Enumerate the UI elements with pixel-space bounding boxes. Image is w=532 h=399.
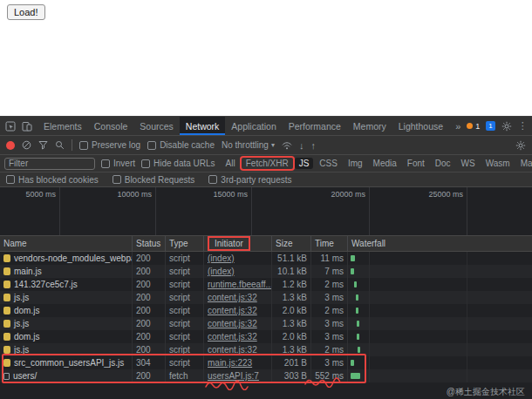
error-dot-icon bbox=[467, 123, 473, 129]
record-button[interactable] bbox=[6, 141, 15, 150]
filter-chip-wasm[interactable]: Wasm bbox=[481, 158, 515, 169]
time-cell: 3 ms bbox=[311, 356, 348, 369]
column-header-size[interactable]: Size bbox=[272, 236, 311, 251]
hide-data-urls-checkbox[interactable]: Hide data URLs bbox=[141, 159, 215, 168]
preserve-log-checkbox[interactable]: Preserve log bbox=[79, 140, 140, 150]
blocked-requests-checkbox[interactable]: Blocked Requests bbox=[113, 175, 195, 185]
time-cell: 552 ms bbox=[311, 369, 348, 382]
column-header-name[interactable]: Name bbox=[0, 236, 133, 251]
type-cell: fetch bbox=[166, 369, 204, 382]
column-header-label: Name bbox=[3, 239, 27, 248]
console-message-badge[interactable]: 1 bbox=[486, 121, 494, 131]
request-name: dom.js bbox=[14, 306, 39, 315]
tab-lighthouse[interactable]: Lighthouse bbox=[392, 117, 449, 135]
timeline-gridline bbox=[251, 187, 252, 235]
third-party-requests-checkbox[interactable]: 3rd-party requests bbox=[208, 175, 291, 185]
search-icon[interactable] bbox=[55, 140, 65, 150]
initiator-link[interactable]: (index) bbox=[208, 254, 235, 263]
filter-chip-font[interactable]: Font bbox=[403, 158, 429, 169]
column-header-status[interactable]: Status bbox=[133, 236, 166, 251]
initiator-link[interactable]: content.js:32 bbox=[208, 306, 257, 315]
tab-network[interactable]: Network bbox=[180, 117, 226, 135]
filter-icon[interactable] bbox=[38, 140, 48, 150]
table-row[interactable]: 141.327ce5c7.js200scriptruntime.fbeeaff.… bbox=[0, 278, 532, 291]
filter-input[interactable] bbox=[4, 158, 95, 170]
timeline-gridline bbox=[369, 187, 370, 235]
error-count-badge[interactable]: 1 bbox=[467, 122, 480, 131]
waterfall-cell bbox=[348, 304, 532, 317]
table-row[interactable]: js.js200scriptcontent.js:321.3 kB3 ms bbox=[0, 317, 532, 330]
table-row[interactable]: vendors-node_modules_webpack...200script… bbox=[0, 252, 532, 265]
network-settings-gear-icon[interactable] bbox=[515, 140, 526, 151]
initiator-link[interactable]: runtime.fbeeaff... bbox=[208, 280, 272, 289]
waterfall-cell bbox=[348, 278, 532, 291]
script-file-icon bbox=[3, 346, 10, 354]
filter-chip-css[interactable]: CSS bbox=[315, 158, 342, 169]
filter-chip-js[interactable]: JS bbox=[295, 158, 314, 169]
table-row[interactable]: main.js200script(index)10.1 kB7 ms bbox=[0, 265, 532, 278]
status-cell: 200 bbox=[133, 291, 166, 304]
table-row[interactable]: js.js200scriptcontent.js:321.3 kB3 ms bbox=[0, 291, 532, 304]
status-cell: 200 bbox=[133, 317, 166, 330]
blocked-requests-label: Blocked Requests bbox=[125, 175, 195, 185]
load-button[interactable]: Load! bbox=[7, 4, 45, 20]
initiator-link[interactable]: content.js:32 bbox=[208, 332, 257, 342]
tab-console[interactable]: Console bbox=[88, 117, 134, 135]
kebab-menu-icon[interactable]: ⋮ bbox=[518, 120, 528, 132]
column-header-waterfall[interactable]: Waterfall bbox=[348, 236, 532, 251]
device-toolbar-icon[interactable] bbox=[22, 121, 32, 132]
column-header-time[interactable]: Time bbox=[311, 236, 348, 251]
throttling-select[interactable]: No throttling ▾ bbox=[222, 140, 275, 150]
clear-icon[interactable] bbox=[22, 140, 31, 150]
filter-chip-ws[interactable]: WS bbox=[457, 158, 480, 169]
export-har-icon[interactable]: ↑ bbox=[310, 140, 316, 151]
table-row[interactable]: dom.js200scriptcontent.js:322.0 kB3 ms bbox=[0, 330, 532, 343]
network-toolbar: Preserve log Disable cache No throttling… bbox=[0, 136, 532, 155]
filter-chip-media[interactable]: Media bbox=[369, 158, 401, 169]
filter-chip-doc[interactable]: Doc bbox=[431, 158, 455, 169]
table-row[interactable]: js.js200scriptcontent.js:321.3 kB2 ms bbox=[0, 343, 532, 356]
table-row[interactable]: dom.js200scriptcontent.js:322.0 kB2 ms bbox=[0, 304, 532, 317]
disable-cache-checkbox[interactable]: Disable cache bbox=[147, 140, 215, 150]
script-file-icon bbox=[3, 333, 10, 341]
request-name: vendors-node_modules_webpack... bbox=[14, 254, 133, 263]
tab-memory[interactable]: Memory bbox=[347, 117, 392, 135]
filter-chip-img[interactable]: Img bbox=[344, 158, 367, 169]
more-tabs-icon[interactable]: » bbox=[455, 121, 460, 132]
waterfall-bar bbox=[356, 294, 358, 301]
waterfall-bar bbox=[351, 255, 355, 261]
initiator-link[interactable]: content.js:32 bbox=[208, 293, 257, 302]
filter-chip-fetch-xhr[interactable]: Fetch/XHR bbox=[242, 158, 293, 169]
initiator-link[interactable]: (index) bbox=[208, 267, 235, 276]
initiator-link[interactable]: main.js:223 bbox=[208, 358, 252, 368]
filter-chip-all[interactable]: All bbox=[222, 158, 240, 169]
initiator-link[interactable]: content.js:32 bbox=[208, 345, 257, 355]
hide-data-urls-label: Hide data URLs bbox=[153, 159, 215, 168]
checkbox-box bbox=[141, 159, 150, 168]
import-har-icon[interactable]: ↓ bbox=[299, 140, 304, 151]
initiator-cell: usersAPI.js:7 bbox=[204, 369, 272, 382]
size-cell: 10.1 kB bbox=[272, 265, 311, 278]
column-header-initiator[interactable]: Initiator bbox=[204, 236, 272, 251]
has-blocked-cookies-checkbox[interactable]: Has blocked cookies bbox=[6, 175, 99, 185]
initiator-link[interactable]: usersAPI.js:7 bbox=[208, 371, 259, 381]
invert-checkbox[interactable]: Invert bbox=[101, 159, 135, 168]
checkbox-box bbox=[208, 175, 217, 184]
network-conditions-icon[interactable] bbox=[282, 141, 292, 150]
timeline-overview[interactable]: 5000 ms10000 ms15000 ms20000 ms25000 ms bbox=[0, 187, 532, 236]
filter-chip-manifest[interactable]: Manifest bbox=[516, 158, 532, 169]
tab-performance[interactable]: Performance bbox=[283, 117, 347, 135]
table-row[interactable]: src_common_usersAPI_js.js304scriptmain.j… bbox=[0, 356, 532, 369]
waterfall-cell bbox=[348, 356, 532, 369]
checkbox-box bbox=[101, 159, 110, 168]
tab-application[interactable]: Application bbox=[225, 117, 282, 135]
tab-elements[interactable]: Elements bbox=[38, 117, 88, 135]
table-row[interactable]: users/200fetchusersAPI.js:7303 B552 ms bbox=[0, 369, 532, 382]
column-header-type[interactable]: Type bbox=[166, 236, 204, 251]
initiator-link[interactable]: content.js:32 bbox=[208, 319, 257, 328]
status-cell: 200 bbox=[133, 252, 166, 265]
inspect-icon[interactable] bbox=[5, 121, 16, 132]
settings-gear-icon[interactable] bbox=[501, 121, 512, 132]
disable-cache-label: Disable cache bbox=[160, 140, 215, 150]
tab-sources[interactable]: Sources bbox=[133, 117, 180, 135]
